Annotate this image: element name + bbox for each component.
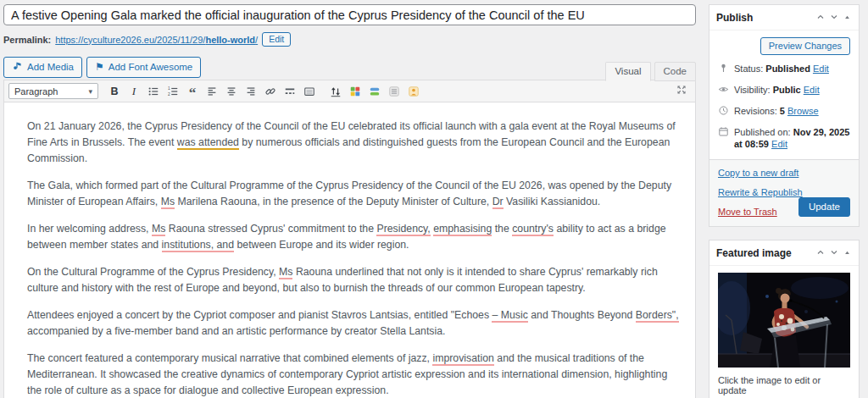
publish-row-text: Published on: Nov 29, 2025 at 08:59 Edit	[734, 126, 850, 150]
text-run: In her welcoming address,	[27, 223, 152, 235]
publish-row-text: Revisions: 5 Browse	[734, 105, 819, 117]
toggle-panel-button[interactable]	[843, 10, 852, 25]
pin-icon	[718, 63, 729, 76]
add-media-button[interactable]: Add Media	[3, 57, 82, 78]
numbered-list-button[interactable]: 12	[164, 84, 182, 99]
svg-text:1: 1	[168, 86, 170, 91]
edit-link[interactable]: Edit	[771, 139, 787, 149]
toolbar-separator	[320, 84, 326, 99]
add-font-awesome-button[interactable]: ⚑ Add Font Awesome	[86, 57, 201, 78]
lined-card-button[interactable]	[385, 84, 403, 99]
post-title-input[interactable]	[3, 4, 696, 25]
paragraph: In her welcoming address, Ms Raouna stre…	[27, 221, 683, 253]
move-down-button[interactable]	[829, 10, 839, 25]
toggle-panel-button[interactable]	[843, 246, 852, 261]
publish-actions: Copy to a new draft Rewrite & Republish …	[709, 159, 859, 226]
tab-visual[interactable]: Visual	[605, 62, 650, 81]
edit-link[interactable]: Edit	[804, 85, 820, 95]
permalink-row: Permalink: https://cyculture2026.eu/2025…	[3, 32, 696, 47]
permalink-link[interactable]: https://cyculture2026.eu/2025/11/29/hell…	[55, 35, 258, 45]
bold-button[interactable]: B	[105, 84, 124, 99]
browse-link[interactable]: Browse	[787, 106, 819, 116]
align-left-button[interactable]	[203, 84, 221, 99]
marked-text: Ms	[279, 266, 292, 279]
align-center-button[interactable]	[222, 84, 241, 99]
lined-card-icon	[388, 86, 400, 97]
permalink-slug: hello-world	[205, 35, 255, 45]
edit-permalink-button[interactable]: Edit	[262, 32, 291, 47]
marked-text: was attended	[177, 136, 239, 150]
read-more-button[interactable]	[281, 84, 299, 99]
add-font-awesome-label: Add Font Awesome	[108, 61, 193, 73]
permalink-label: Permalink:	[3, 35, 51, 45]
permalink-prefix: https://cyculture2026.eu/2025/11/29/	[55, 35, 205, 45]
publish-row-text: Status: Published Edit	[734, 63, 829, 75]
permalink-suffix: /	[255, 35, 258, 45]
editor-toolbar: Paragraph ▾ BI12“	[4, 80, 695, 102]
keyboard-button[interactable]	[300, 84, 319, 99]
move-up-button[interactable]	[815, 246, 826, 261]
tab-code[interactable]: Code	[654, 62, 697, 81]
text-run: Marilena Raouna, in the presence of the …	[175, 196, 492, 207]
marked-text: country's	[512, 223, 554, 236]
preview-row: Preview Changes	[718, 37, 850, 55]
editor-column: Permalink: https://cyculture2026.eu/2025…	[3, 4, 696, 398]
publish-panel: Publish Preview Changes Status: Publishe…	[709, 4, 860, 227]
paragraph: On 21 January 2026, the Cyprus Presidenc…	[27, 119, 683, 167]
chevron-up-icon	[815, 10, 826, 25]
publish-row: Revisions: 5 Browse	[718, 105, 850, 119]
bulleted-list-button[interactable]	[144, 84, 163, 99]
text-run: and Thoughts Beyond	[528, 309, 636, 321]
text-run: The concert featured a contemporary musi…	[27, 352, 432, 364]
marked-text: Ms	[152, 223, 165, 236]
move-up-button[interactable]	[815, 10, 826, 25]
link-button[interactable]	[261, 84, 280, 99]
text-run: between Europe and its wider region.	[234, 239, 409, 251]
move-down-button[interactable]	[829, 246, 839, 261]
preview-changes-button[interactable]: Preview Changes	[760, 37, 850, 55]
svg-text:2: 2	[168, 92, 170, 97]
blue-green-bars-button[interactable]	[365, 84, 384, 99]
edit-link[interactable]: Edit	[813, 64, 829, 74]
person-badge-button[interactable]	[404, 84, 423, 99]
featured-image-panel-header[interactable]: Featured image	[709, 240, 859, 266]
publish-panel-header[interactable]: Publish	[709, 5, 859, 30]
publish-row: Visibility: Public Edit	[718, 84, 850, 97]
up-down-arrows-button[interactable]	[326, 84, 345, 99]
publish-row: Published on: Nov 29, 2025 at 08:59 Edit	[718, 126, 850, 150]
paragraph: Attendees enjoyed a concert by the Cypri…	[27, 307, 683, 340]
bulleted-list-icon	[147, 86, 159, 97]
text-run: On the Cultural Programme of the Cyprus …	[27, 266, 279, 278]
editor-content[interactable]: On 21 January 2026, the Cyprus Presidenc…	[4, 102, 695, 398]
color-blocks-button[interactable]	[346, 84, 364, 99]
copy-to-new-draft-link[interactable]: Copy to a new draft	[718, 168, 850, 178]
marked-text: Presidency,	[376, 223, 430, 236]
fullscreen-button[interactable]	[672, 84, 691, 99]
paragraph-format-label: Paragraph	[14, 86, 58, 97]
media-buttons: Add Media ⚑ Add Font Awesome	[3, 57, 201, 78]
align-right-button[interactable]	[242, 84, 260, 99]
fullscreen-icon	[676, 84, 687, 99]
toolbar-buttons: BI12“	[105, 84, 423, 99]
editor-mode-tabs: Visual Code	[602, 62, 696, 81]
italic-icon: I	[132, 85, 136, 98]
link-icon	[264, 86, 276, 97]
featured-image[interactable]	[718, 273, 850, 368]
italic-button[interactable]: I	[125, 84, 143, 99]
chevron-down-icon	[829, 10, 839, 25]
publish-panel-body: Preview Changes Status: Published EditVi…	[709, 30, 859, 159]
rewrite-republish-link[interactable]: Rewrite & Republish	[718, 187, 850, 197]
blockquote-button[interactable]: “	[183, 84, 202, 99]
paragraph: The Gala, which formed part of the Cultu…	[27, 178, 683, 210]
media-row: Add Media ⚑ Add Font Awesome Visual Code	[3, 57, 696, 80]
publish-row: Status: Published Edit	[718, 63, 850, 76]
triangle-up-icon	[843, 246, 852, 261]
text-run: accompanied by a five-member band and an…	[27, 325, 446, 337]
update-button[interactable]: Update	[798, 197, 850, 217]
text-run: Raouna stressed Cyprus' commitment to th…	[165, 223, 376, 235]
marked-text: emphasising	[433, 223, 492, 236]
marked-text: Ms	[161, 196, 175, 209]
paragraph-format-dropdown[interactable]: Paragraph ▾	[8, 83, 98, 99]
publish-rows: Status: Published EditVisibility: Public…	[718, 63, 850, 150]
chevron-up-icon	[815, 246, 826, 261]
